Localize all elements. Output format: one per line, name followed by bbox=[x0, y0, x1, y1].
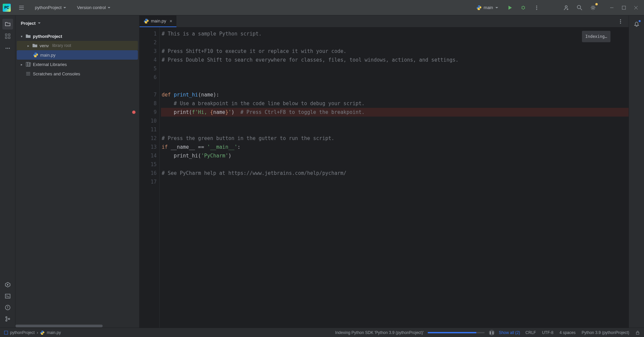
breadcrumbs[interactable]: pythonProject › main.py bbox=[4, 330, 61, 335]
pause-indexing-button[interactable]: ❚❚ bbox=[489, 330, 495, 336]
left-tool-strip bbox=[0, 15, 15, 328]
svg-point-17 bbox=[6, 317, 7, 318]
close-tab-button[interactable]: × bbox=[170, 18, 172, 24]
terminal-tool-button[interactable] bbox=[2, 291, 13, 301]
svg-point-23 bbox=[620, 19, 621, 20]
project-horizontal-scrollbar[interactable] bbox=[15, 324, 139, 328]
svg-point-2 bbox=[536, 7, 537, 8]
indent-info[interactable]: 4 spaces bbox=[559, 330, 576, 335]
python-icon bbox=[476, 5, 482, 10]
right-tool-strip bbox=[629, 15, 644, 328]
chevron-right-icon: ▸ bbox=[26, 44, 30, 48]
status-bar: pythonProject › main.py Indexing Python … bbox=[0, 328, 644, 337]
svg-point-13 bbox=[7, 48, 8, 49]
show-all-link[interactable]: Show all (2) bbox=[499, 330, 520, 335]
project-panel: Project ▾ pythonProject ▸ venv bbox=[15, 15, 140, 328]
tree-main-file[interactable]: main.py bbox=[17, 50, 138, 60]
svg-rect-26 bbox=[4, 331, 8, 334]
python-icon bbox=[144, 18, 149, 24]
svg-point-5 bbox=[577, 5, 581, 9]
close-button[interactable] bbox=[631, 2, 641, 13]
svg-rect-8 bbox=[5, 34, 7, 36]
project-panel-title: Project bbox=[21, 21, 36, 26]
indexing-message: Indexing Python SDK 'Python 3.9 (pythonP… bbox=[335, 330, 424, 335]
code-with-me-button[interactable] bbox=[561, 2, 572, 13]
crumb-file[interactable]: main.py bbox=[47, 330, 61, 335]
vcs-dropdown[interactable]: Version control bbox=[74, 4, 113, 11]
tab-label: main.py bbox=[151, 18, 166, 23]
line-separator[interactable]: CRLF bbox=[526, 330, 536, 335]
svg-rect-20 bbox=[26, 62, 28, 66]
tab-more-button[interactable] bbox=[615, 16, 626, 27]
scroll-thumb[interactable] bbox=[15, 325, 103, 327]
indexing-badge: Indexing… bbox=[582, 31, 610, 42]
tree-scratches[interactable]: Scratches and Consoles bbox=[17, 69, 138, 78]
run-config-label: main bbox=[484, 5, 493, 10]
folder-icon bbox=[32, 43, 38, 48]
notifications-button[interactable] bbox=[631, 19, 642, 29]
svg-rect-7 bbox=[622, 6, 626, 9]
project-name-label: pythonProject bbox=[35, 5, 62, 10]
structure-tool-button[interactable] bbox=[2, 31, 13, 42]
svg-point-18 bbox=[6, 320, 7, 321]
library-icon bbox=[25, 62, 31, 67]
indexing-progress bbox=[428, 332, 485, 333]
run-config-selector[interactable]: main bbox=[473, 4, 502, 12]
svg-rect-27 bbox=[636, 332, 639, 334]
svg-point-25 bbox=[620, 22, 621, 23]
tree-ext-libs-label: External Libraries bbox=[33, 62, 67, 67]
editor-tabs: main.py × bbox=[140, 15, 629, 27]
svg-point-4 bbox=[565, 6, 567, 8]
app-icon: PC bbox=[3, 4, 11, 12]
svg-rect-22 bbox=[29, 63, 31, 66]
minimize-button[interactable] bbox=[606, 2, 617, 13]
problems-tool-button[interactable] bbox=[2, 302, 13, 313]
scratches-icon bbox=[25, 71, 31, 76]
git-tool-button[interactable] bbox=[2, 314, 13, 324]
python-icon bbox=[40, 330, 45, 335]
progress-fill bbox=[428, 332, 476, 333]
maximize-button[interactable] bbox=[619, 2, 629, 13]
debug-button[interactable] bbox=[518, 2, 529, 13]
tab-main-py[interactable]: main.py × bbox=[140, 15, 176, 27]
main-menu-button[interactable] bbox=[16, 2, 27, 13]
breakpoint-marker[interactable] bbox=[132, 111, 136, 114]
tree-venv[interactable]: ▸ venv library root bbox=[17, 41, 138, 50]
crumb-project[interactable]: pythonProject bbox=[10, 330, 35, 335]
more-actions-button[interactable] bbox=[531, 2, 542, 13]
module-icon bbox=[4, 331, 8, 335]
svg-point-0 bbox=[522, 6, 525, 9]
tree-root[interactable]: ▾ pythonProject bbox=[17, 31, 138, 41]
svg-rect-9 bbox=[8, 34, 10, 36]
encoding[interactable]: UTF-8 bbox=[542, 330, 553, 335]
vcs-label: Version control bbox=[77, 5, 106, 10]
code-content[interactable]: # This is a sample Python script.# Press… bbox=[160, 27, 629, 328]
project-panel-header[interactable]: Project bbox=[15, 15, 139, 31]
lock-icon[interactable] bbox=[635, 330, 640, 335]
search-button[interactable] bbox=[574, 2, 585, 13]
code-editor[interactable]: 1234567891011121314151617 # This is a sa… bbox=[140, 27, 629, 328]
run-button[interactable] bbox=[504, 2, 515, 13]
svg-point-3 bbox=[536, 9, 537, 10]
line-gutter[interactable]: 1234567891011121314151617 bbox=[140, 27, 160, 328]
svg-point-24 bbox=[620, 21, 621, 22]
tree-ext-libs[interactable]: ▸ External Libraries bbox=[17, 60, 138, 69]
services-tool-button[interactable] bbox=[2, 279, 13, 290]
svg-rect-21 bbox=[28, 62, 29, 66]
project-dropdown[interactable]: pythonProject bbox=[32, 4, 69, 11]
svg-point-6 bbox=[592, 7, 594, 9]
svg-rect-10 bbox=[5, 37, 7, 39]
svg-point-12 bbox=[5, 48, 6, 49]
svg-point-19 bbox=[8, 318, 10, 320]
project-tool-button[interactable] bbox=[2, 19, 13, 29]
interpreter-info[interactable]: Python 3.9 (pythonProject) bbox=[582, 330, 629, 335]
lib-root-hint: library root bbox=[52, 43, 71, 48]
more-tools-button[interactable] bbox=[2, 43, 13, 54]
folder-icon bbox=[25, 33, 31, 39]
python-icon bbox=[33, 52, 38, 58]
settings-button[interactable] bbox=[588, 2, 598, 13]
chevron-right-icon: › bbox=[37, 330, 38, 335]
tree-main-label: main.py bbox=[40, 53, 56, 58]
tree-venv-label: venv bbox=[40, 43, 49, 48]
svg-point-14 bbox=[9, 48, 10, 49]
